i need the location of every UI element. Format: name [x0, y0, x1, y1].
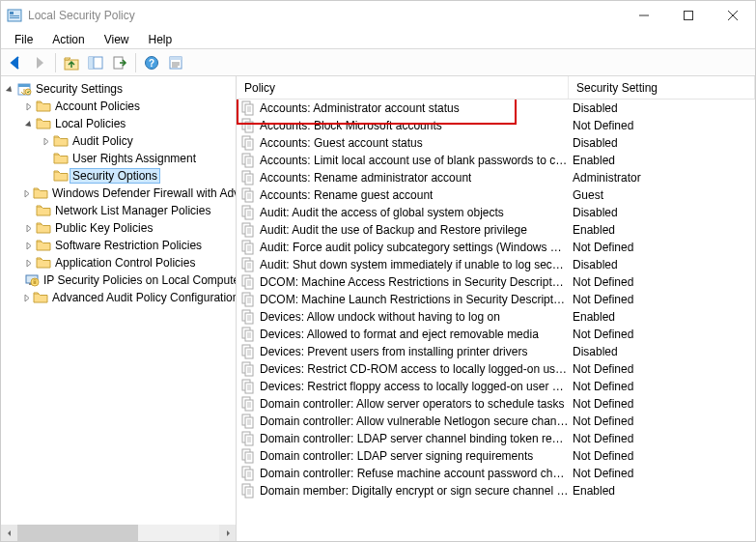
folder-icon	[36, 238, 51, 253]
policy-text: Domain controller: Allow server operator…	[260, 397, 564, 411]
list-row[interactable]: Devices: Restrict floppy access to local…	[237, 378, 755, 395]
tree-item[interactable]: Audit Policy	[1, 132, 236, 150]
cell-policy: Audit: Audit the access of global system…	[237, 205, 569, 220]
tree[interactable]: Security SettingsAccount PoliciesLocal P…	[1, 80, 236, 520]
svg-rect-5	[685, 12, 693, 20]
expand-toggle-icon[interactable]	[22, 187, 31, 199]
tree-item[interactable]: Windows Defender Firewall with Advanced …	[1, 185, 236, 202]
titlebar: Local Security Policy	[1, 1, 755, 30]
folder-icon	[36, 255, 51, 271]
menu-file[interactable]: File	[5, 31, 42, 48]
tree-item[interactable]: Software Restriction Policies	[1, 237, 236, 254]
cell-setting: Not Defined	[569, 467, 755, 480]
maximize-button[interactable]	[666, 1, 711, 30]
tree-horizontal-scrollbar[interactable]	[1, 525, 236, 541]
list-row[interactable]: Accounts: Block Microsoft accountsNot De…	[237, 117, 755, 134]
scroll-track[interactable]	[17, 525, 219, 541]
cell-policy: Domain controller: LDAP server channel b…	[237, 431, 569, 446]
list-body[interactable]: Accounts: Administrator account statusDi…	[237, 100, 755, 541]
policy-icon	[240, 466, 256, 481]
tree-root[interactable]: Security Settings	[1, 80, 236, 98]
tree-item[interactable]: Public Key Policies	[1, 219, 236, 237]
list-row[interactable]: Accounts: Guest account statusDisabled	[237, 134, 755, 152]
expand-toggle-icon[interactable]	[40, 135, 51, 147]
policy-text: Devices: Allowed to format and eject rem…	[260, 328, 539, 341]
list-row[interactable]: Domain controller: Allow server operator…	[237, 395, 755, 413]
list-row[interactable]: Domain member: Digitally encrypt or sign…	[237, 482, 755, 499]
expand-toggle-icon[interactable]	[22, 118, 34, 129]
security-settings-icon	[16, 81, 32, 97]
list-row[interactable]: Audit: Audit the access of global system…	[237, 204, 755, 221]
scroll-left-button[interactable]	[1, 525, 17, 541]
tree-item[interactable]: Security Options	[1, 167, 236, 185]
list-row[interactable]: Audit: Audit the use of Backup and Resto…	[237, 221, 755, 239]
cell-policy: Audit: Shut down system immediately if u…	[237, 257, 569, 272]
tree-item[interactable]: Account Policies	[1, 98, 236, 115]
expand-toggle-icon[interactable]	[22, 257, 34, 269]
list-row[interactable]: Domain controller: Allow vulnerable Netl…	[237, 413, 755, 430]
back-button[interactable]	[5, 52, 26, 73]
list-row[interactable]: Audit: Shut down system immediately if u…	[237, 256, 755, 273]
properties-button[interactable]	[165, 52, 186, 73]
tree-item[interactable]: IP Security Policies on Local Computer	[1, 271, 236, 289]
svg-rect-16	[170, 57, 182, 60]
list-row[interactable]: Accounts: Limit local account use of bla…	[237, 152, 755, 169]
policy-icon	[240, 222, 256, 238]
list-row[interactable]: Devices: Allow undock without having to …	[237, 308, 755, 326]
list-row[interactable]: DCOM: Machine Access Restrictions in Sec…	[237, 273, 755, 291]
list-row[interactable]: Devices: Prevent users from installing p…	[237, 343, 755, 360]
content-area: Security SettingsAccount PoliciesLocal P…	[1, 76, 755, 541]
tree-item[interactable]: Local Policies	[1, 115, 236, 132]
expand-toggle-icon[interactable]	[22, 100, 34, 112]
menu-help[interactable]: Help	[139, 31, 182, 48]
policy-icon	[240, 257, 256, 272]
export-button[interactable]	[109, 52, 130, 73]
policy-text: Domain member: Digitally encrypt or sign…	[260, 484, 569, 498]
svg-rect-2	[10, 15, 19, 16]
list-row[interactable]: Accounts: Rename guest accountGuest	[237, 186, 755, 204]
list-row[interactable]: Devices: Restrict CD-ROM access to local…	[237, 360, 755, 378]
tree-item[interactable]: Application Control Policies	[1, 254, 236, 271]
help-button[interactable]: ?	[141, 52, 162, 73]
cell-setting: Disabled	[569, 136, 755, 150]
policy-text: Domain controller: Refuse machine accoun…	[260, 467, 569, 480]
close-button[interactable]	[711, 1, 755, 30]
svg-rect-10	[89, 57, 94, 69]
list-row[interactable]: Domain controller: LDAP server channel b…	[237, 430, 755, 447]
menu-action[interactable]: Action	[42, 31, 94, 48]
cell-setting: Disabled	[569, 206, 755, 219]
expand-toggle-icon[interactable]	[3, 83, 14, 95]
list-row[interactable]: DCOM: Machine Launch Restrictions in Sec…	[237, 291, 755, 308]
up-button[interactable]	[61, 52, 82, 73]
tree-item[interactable]: Network List Manager Policies	[1, 202, 236, 219]
forward-button[interactable]	[29, 52, 50, 73]
column-header-policy[interactable]: Policy	[237, 76, 569, 99]
tree-item[interactable]: User Rights Assignment	[1, 150, 236, 167]
minimize-button[interactable]	[622, 1, 666, 30]
tree-label: Security Settings	[36, 82, 123, 96]
list-row[interactable]: Domain controller: Refuse machine accoun…	[237, 465, 755, 482]
column-header-setting[interactable]: Security Setting	[569, 76, 755, 99]
expand-toggle-icon	[22, 205, 34, 216]
list-row[interactable]: Audit: Force audit policy subcategory se…	[237, 239, 755, 256]
show-hide-tree-button[interactable]	[85, 52, 106, 73]
list-row[interactable]: Domain controller: LDAP server signing r…	[237, 447, 755, 465]
expand-toggle-icon[interactable]	[22, 292, 31, 303]
expand-toggle-icon[interactable]	[22, 222, 34, 234]
menu-view[interactable]: View	[95, 31, 139, 48]
folder-icon	[53, 133, 69, 149]
expand-toggle-icon[interactable]	[22, 240, 34, 251]
policy-text: Accounts: Guest account status	[260, 136, 423, 150]
list-row[interactable]: Accounts: Rename administrator accountAd…	[237, 169, 755, 186]
list-row[interactable]: Accounts: Administrator account statusDi…	[237, 100, 755, 117]
expand-toggle-icon	[40, 153, 51, 164]
scroll-thumb[interactable]	[17, 525, 138, 541]
policy-icon	[240, 187, 256, 203]
scroll-right-button[interactable]	[219, 525, 236, 541]
cell-setting: Enabled	[569, 223, 755, 237]
tree-item[interactable]: Advanced Audit Policy Configuration	[1, 289, 236, 306]
cell-setting: Not Defined	[569, 275, 755, 289]
list-row[interactable]: Devices: Allowed to format and eject rem…	[237, 326, 755, 343]
window-title: Local Security Policy	[28, 9, 135, 22]
tree-label: Audit Policy	[72, 134, 133, 148]
